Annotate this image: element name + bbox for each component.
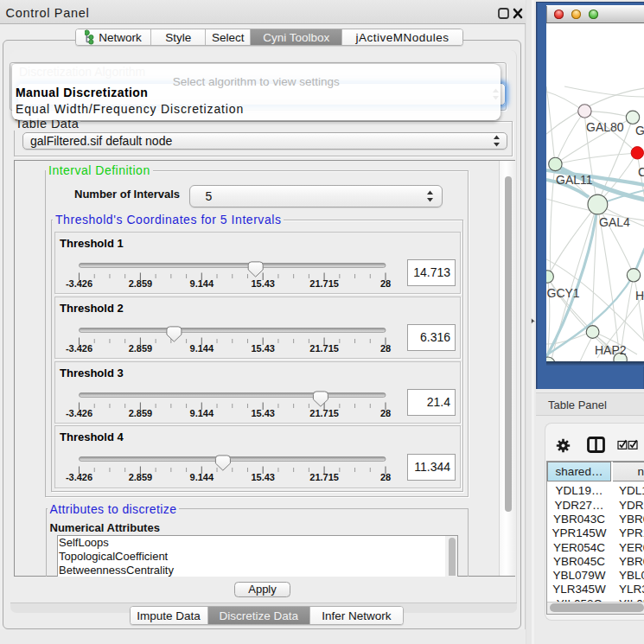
svg-text:HIS: HIS — [635, 289, 644, 303]
svg-text:15.43: 15.43 — [251, 407, 275, 418]
svg-text:2.859: 2.859 — [129, 472, 153, 482]
svg-text:GCY1: GCY1 — [546, 286, 579, 300]
svg-text:21.715: 21.715 — [309, 342, 339, 353]
svg-text:15.43: 15.43 — [251, 342, 275, 353]
svg-text:GAL11: GAL11 — [556, 173, 593, 187]
svg-text:HAP2: HAP2 — [595, 343, 627, 357]
svg-text:28: 28 — [380, 407, 391, 418]
svg-text:9.144: 9.144 — [190, 407, 214, 418]
svg-text:-3.426: -3.426 — [66, 277, 92, 288]
svg-text:9.144: 9.144 — [190, 277, 214, 288]
svg-text:28: 28 — [380, 342, 391, 353]
svg-text:GAL: GAL — [635, 124, 644, 137]
svg-text:21.715: 21.715 — [309, 472, 339, 482]
svg-text:15.43: 15.43 — [251, 472, 275, 482]
svg-text:21.715: 21.715 — [309, 277, 339, 288]
svg-text:28: 28 — [380, 472, 391, 482]
svg-text:9.144: 9.144 — [190, 472, 214, 482]
svg-text:-3.426: -3.426 — [66, 342, 92, 353]
svg-text:GAL4: GAL4 — [599, 215, 630, 229]
svg-text:-3.426: -3.426 — [66, 472, 92, 482]
svg-text:28: 28 — [380, 277, 391, 288]
svg-text:2.859: 2.859 — [129, 277, 153, 288]
svg-text:-3.426: -3.426 — [66, 407, 92, 418]
svg-text:GAL80: GAL80 — [586, 120, 624, 134]
svg-text:CY: CY — [638, 165, 644, 179]
svg-text:2.859: 2.859 — [129, 407, 153, 418]
svg-text:15.43: 15.43 — [251, 277, 275, 288]
svg-text:2.859: 2.859 — [129, 342, 153, 353]
svg-text:21.715: 21.715 — [309, 407, 339, 418]
svg-text:9.144: 9.144 — [190, 342, 214, 353]
